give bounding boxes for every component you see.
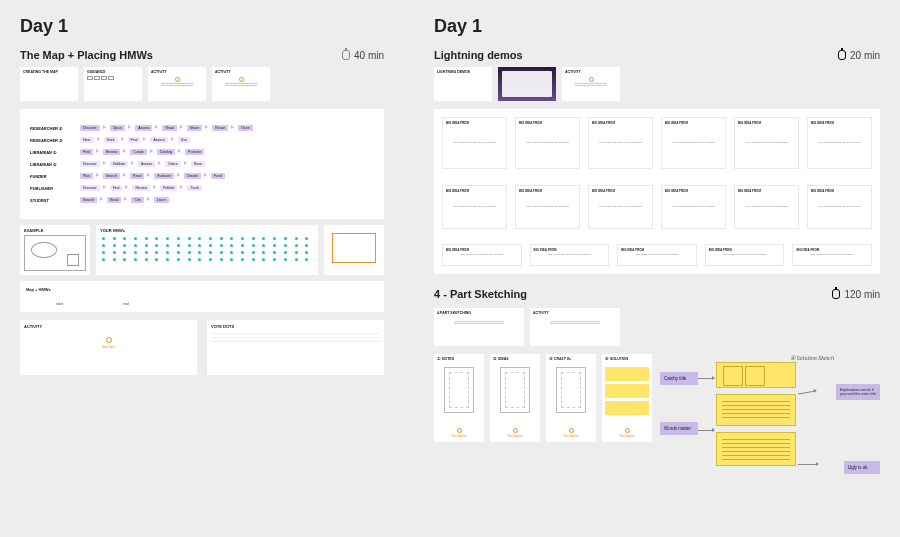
hmw-dot[interactable] <box>177 244 180 247</box>
hmw-dot[interactable] <box>220 237 223 240</box>
hmw-dot[interactable] <box>252 237 255 240</box>
hmw-dot[interactable] <box>102 258 105 261</box>
map-step[interactable]: Search <box>80 197 97 203</box>
map-step[interactable]: Discover <box>80 161 100 167</box>
map-step[interactable]: Fund <box>211 173 225 179</box>
demo-cell[interactable]: BIG IDEA FROMWhy might it be useful for … <box>515 185 580 229</box>
sketch-card-solution[interactable]: ④ SOLUTIONThe basics <box>602 354 652 442</box>
hmw-dot[interactable] <box>145 244 148 247</box>
hmw-dot[interactable] <box>284 244 287 247</box>
map-step[interactable]: Reuse <box>212 125 228 131</box>
hmw-dot[interactable] <box>188 258 191 261</box>
map-step[interactable]: Assess <box>150 137 167 143</box>
hmw-dot[interactable] <box>188 244 191 247</box>
hmw-dot[interactable] <box>123 258 126 261</box>
hmw-dot[interactable] <box>166 244 169 247</box>
hmw-dot[interactable] <box>102 237 105 240</box>
hmw-dot[interactable] <box>177 237 180 240</box>
demo-cell[interactable]: BIG IDEA FROMWhy might it be useful for … <box>807 117 872 169</box>
activity-card[interactable]: ACTIVITY Start here <box>20 320 197 375</box>
hmw-dot[interactable] <box>198 237 201 240</box>
hmw-dot[interactable] <box>123 237 126 240</box>
hmw-dot[interactable] <box>198 258 201 261</box>
map-step[interactable]: Find <box>128 137 141 143</box>
hmw-dot[interactable] <box>262 244 265 247</box>
hmw-dot[interactable] <box>113 244 116 247</box>
hmw-dot[interactable] <box>188 251 191 254</box>
hmw-dot[interactable] <box>241 251 244 254</box>
lightning-demo-grid-3[interactable]: BIG IDEA FROMWhy might it be useful for … <box>434 236 880 274</box>
hmw-dot[interactable] <box>230 258 233 261</box>
map-step[interactable]: Track <box>187 185 202 191</box>
demo-cell[interactable]: BIG IDEA FROMWhy might it be useful for … <box>705 244 785 266</box>
hmw-dot[interactable] <box>220 244 223 247</box>
hmw-dot[interactable] <box>252 258 255 261</box>
map-step[interactable]: Find <box>110 185 123 191</box>
hmw-dot[interactable] <box>102 244 105 247</box>
slide-creating-map[interactable]: CREATING THE MAP <box>20 67 78 101</box>
hmw-dot[interactable] <box>273 258 276 261</box>
solution-frame-1[interactable] <box>716 362 796 388</box>
hmw-dot[interactable] <box>145 251 148 254</box>
hmw-dot[interactable] <box>188 237 191 240</box>
post-explanations[interactable]: Explanations are ok if you need the extr… <box>836 384 880 400</box>
hmw-dot[interactable] <box>145 237 148 240</box>
hmw-dot[interactable] <box>198 244 201 247</box>
map-step[interactable]: Search <box>103 173 120 179</box>
hmw-dot[interactable] <box>252 244 255 247</box>
hmw-dot[interactable] <box>230 251 233 254</box>
hmw-dot[interactable] <box>284 237 287 240</box>
hmw-dot[interactable] <box>241 258 244 261</box>
hmw-dot[interactable] <box>252 251 255 254</box>
hmw-dot[interactable] <box>209 244 212 247</box>
staging-area[interactable]: Map + HMWs startend <box>20 281 384 312</box>
hmw-dot[interactable] <box>155 258 158 261</box>
hmw-dot[interactable] <box>284 251 287 254</box>
hmw-dot[interactable] <box>295 244 298 247</box>
solution-frame-3[interactable] <box>716 432 796 466</box>
map-step[interactable]: Plan <box>80 173 93 179</box>
map-step[interactable]: Cite <box>131 197 143 203</box>
demo-cell[interactable]: BIG IDEA FROMWhy might it be useful for … <box>792 244 872 266</box>
slide-activity-2[interactable]: ACTIVITY <box>212 67 270 101</box>
hmw-dot[interactable] <box>155 251 158 254</box>
map-step[interactable]: Use <box>178 137 190 143</box>
map-step[interactable]: Seek <box>104 137 118 143</box>
map-step[interactable]: Promote <box>185 149 204 155</box>
demo-cell[interactable]: BIG IDEA FROMWhy might it be useful for … <box>442 185 507 229</box>
hmw-dot[interactable] <box>295 237 298 240</box>
map-step[interactable]: Publish <box>160 185 177 191</box>
hmw-dot[interactable] <box>295 258 298 261</box>
map-step[interactable]: Find <box>80 149 93 155</box>
demo-cell[interactable]: BIG IDEA FROMWhy might it be useful for … <box>530 244 610 266</box>
hmw-dot[interactable] <box>198 251 201 254</box>
hmw-dot[interactable] <box>134 244 137 247</box>
hmw-dot[interactable] <box>155 244 158 247</box>
demo-cell[interactable]: BIG IDEA FROMWhy might it be useful for … <box>807 185 872 229</box>
hmw-dot[interactable] <box>305 251 308 254</box>
hmw-dot[interactable] <box>262 251 265 254</box>
map-step[interactable]: Read <box>130 173 144 179</box>
sketch-card-notes[interactable]: ① NOTESThe basics <box>434 354 484 442</box>
hmw-dot[interactable] <box>113 237 116 240</box>
map-step[interactable]: Read <box>162 125 176 131</box>
post-ugly-ok[interactable]: Ugly is ok <box>844 461 880 474</box>
map-step[interactable]: Validate <box>110 161 128 167</box>
timer-sketch[interactable]: 120 min <box>832 289 880 300</box>
slide-lightning-photo[interactable] <box>498 67 556 101</box>
blank-frame[interactable] <box>324 225 384 275</box>
map-step[interactable]: Assess <box>138 161 155 167</box>
slide-lightning-title[interactable]: LIGHTNING DEMOS <box>434 67 492 101</box>
hmw-dot[interactable] <box>134 251 137 254</box>
hmw-dot[interactable] <box>273 237 276 240</box>
hmw-dot[interactable] <box>134 258 137 261</box>
hmw-dot[interactable] <box>305 258 308 261</box>
hmw-dot[interactable] <box>284 258 287 261</box>
map-step[interactable]: Review <box>132 185 149 191</box>
map-step[interactable]: Share <box>165 161 180 167</box>
hmw-dot[interactable] <box>262 258 265 261</box>
sketch-card-crazy8[interactable]: ③ CRAZY 8sThe basics <box>546 354 596 442</box>
demo-cell[interactable]: BIG IDEA FROMWhy might it be useful for … <box>515 117 580 169</box>
map-step[interactable]: Discover <box>80 185 100 191</box>
slide-guidance[interactable]: GUIDANCE <box>84 67 142 101</box>
